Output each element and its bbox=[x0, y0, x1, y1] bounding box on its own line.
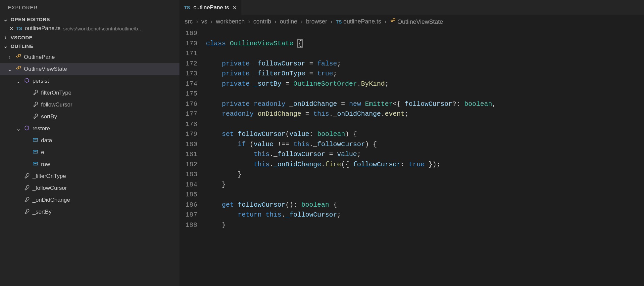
chevron-down-icon[interactable]: ⌄ bbox=[15, 126, 21, 132]
chevron-down-icon[interactable]: ⌄ bbox=[7, 66, 13, 72]
svg-rect-8 bbox=[393, 19, 395, 20]
breadcrumb-segment[interactable]: workbench bbox=[216, 18, 245, 25]
outline-item-label: persist bbox=[32, 78, 49, 84]
line-number: 188 bbox=[179, 220, 197, 230]
breadcrumb-symbol[interactable]: OutlineViewState bbox=[390, 18, 443, 25]
chevron-down-icon[interactable]: ⌄ bbox=[15, 78, 21, 84]
code-content[interactable]: class OutlineViewState { private _follow… bbox=[206, 28, 644, 286]
outline-item-outlineviewstate[interactable]: ⌄OutlineViewState bbox=[0, 63, 179, 75]
outline-item-filterontype[interactable]: filterOnType bbox=[0, 87, 179, 99]
code-line[interactable]: } bbox=[206, 220, 644, 230]
property-icon bbox=[32, 101, 38, 107]
open-editor-path: src\vs\workbench\contrib\outline\b… bbox=[63, 26, 143, 31]
code-line[interactable]: private _followCursor = false; bbox=[206, 59, 644, 69]
line-number: 177 bbox=[179, 109, 197, 119]
property-icon bbox=[24, 184, 30, 190]
tab-outlinepane[interactable]: TS outlinePane.ts ✕ bbox=[179, 0, 242, 15]
code-area[interactable]: 1691701711721731741751761771781791801811… bbox=[179, 28, 644, 286]
chevron-right-icon: › bbox=[384, 18, 386, 25]
breadcrumb-segment[interactable]: contrib bbox=[253, 18, 271, 25]
outline-item-persist[interactable]: ⌄persist bbox=[0, 75, 179, 87]
line-number-gutter: 1691701711721731741751761771781791801811… bbox=[179, 28, 206, 286]
code-line[interactable]: readonly onDidChange = this._onDidChange… bbox=[206, 109, 644, 119]
code-line[interactable]: private _sortBy = OutlineSortOrder.ByKin… bbox=[206, 79, 644, 89]
open-editors-section-header[interactable]: ⌄ OPEN EDITORS bbox=[0, 15, 179, 24]
vscode-section-label: VSCODE bbox=[11, 35, 32, 40]
outline-item-filterontype[interactable]: _filterOnType bbox=[0, 170, 179, 182]
vscode-section-header[interactable]: › VSCODE bbox=[0, 33, 179, 42]
property-icon bbox=[32, 89, 38, 95]
code-line[interactable]: class OutlineViewState { bbox=[206, 39, 644, 49]
svg-rect-5 bbox=[34, 151, 37, 152]
svg-rect-7 bbox=[34, 163, 37, 164]
outline-item-label: data bbox=[41, 137, 52, 144]
breadcrumb-segment[interactable]: vs bbox=[201, 18, 207, 25]
breadcrumb[interactable]: src›vs›workbench›contrib›outline›browser… bbox=[179, 15, 644, 28]
chevron-right-icon: › bbox=[211, 18, 213, 25]
explorer-title: EXPLORER bbox=[0, 0, 179, 15]
breadcrumb-segment[interactable]: src bbox=[185, 18, 193, 25]
code-line[interactable]: } bbox=[206, 180, 644, 190]
outline-item-label: restore bbox=[32, 125, 50, 132]
constant-icon bbox=[32, 161, 38, 167]
code-line[interactable] bbox=[206, 190, 644, 200]
outline-tree: ›OutlinePane⌄OutlineViewState⌄persistfil… bbox=[0, 51, 179, 218]
outline-item-label: _onDidChange bbox=[32, 197, 70, 203]
line-number: 185 bbox=[179, 190, 197, 200]
code-line[interactable]: private _filterOnType = true; bbox=[206, 69, 644, 79]
ts-file-icon: TS bbox=[16, 26, 22, 31]
outline-item-label: sortBy bbox=[41, 113, 57, 120]
chevron-right-icon[interactable]: › bbox=[7, 54, 13, 60]
outline-item-e[interactable]: e bbox=[0, 146, 179, 158]
code-line[interactable]: } bbox=[206, 170, 644, 180]
svg-rect-1 bbox=[19, 66, 21, 68]
chevron-right-icon: › bbox=[196, 18, 198, 25]
code-line[interactable] bbox=[206, 49, 644, 59]
outline-item-restore[interactable]: ⌄restore bbox=[0, 123, 179, 135]
code-line[interactable]: if (value !== this._followCursor) { bbox=[206, 140, 644, 150]
ts-file-icon: TS bbox=[184, 5, 190, 10]
close-icon[interactable]: ✕ bbox=[9, 25, 14, 32]
class-icon bbox=[15, 54, 21, 60]
ts-file-icon: TS bbox=[336, 19, 342, 24]
code-line[interactable]: set followCursor(value: boolean) { bbox=[206, 129, 644, 140]
code-line[interactable]: get followCursor(): boolean { bbox=[206, 200, 644, 210]
line-number: 172 bbox=[179, 59, 197, 69]
outline-item-sortby[interactable]: _sortBy bbox=[0, 206, 179, 218]
breadcrumb-segment[interactable]: browser bbox=[306, 18, 327, 25]
outline-item-raw[interactable]: raw bbox=[0, 158, 179, 170]
tab-filename: outlinePane.ts bbox=[193, 4, 229, 11]
editor-area: TS outlinePane.ts ✕ src›vs›workbench›con… bbox=[179, 0, 644, 286]
outline-item-outlinepane[interactable]: ›OutlinePane bbox=[0, 51, 179, 63]
open-editor-item[interactable]: ✕ TS outlinePane.ts src\vs\workbench\con… bbox=[0, 24, 179, 33]
outline-item-sortby[interactable]: sortBy bbox=[0, 111, 179, 123]
code-line[interactable]: return this._followCursor; bbox=[206, 210, 644, 220]
outline-item-followcursor[interactable]: followCursor bbox=[0, 99, 179, 111]
line-number: 181 bbox=[179, 149, 197, 160]
code-line[interactable] bbox=[206, 89, 644, 99]
outline-item-data[interactable]: data bbox=[0, 135, 179, 146]
code-line[interactable]: this._followCursor = value; bbox=[206, 149, 644, 160]
code-line[interactable]: this._onDidChange.fire({ followCursor: t… bbox=[206, 160, 644, 170]
outline-section-header[interactable]: ⌄ OUTLINE bbox=[0, 42, 179, 51]
explorer-sidebar: EXPLORER ⌄ OPEN EDITORS ✕ TS outlinePane… bbox=[0, 0, 179, 286]
class-icon bbox=[15, 65, 21, 71]
code-line[interactable]: private readonly _onDidChange = new Emit… bbox=[206, 99, 644, 109]
close-icon[interactable]: ✕ bbox=[232, 5, 237, 11]
chevron-down-icon: ⌄ bbox=[3, 16, 9, 22]
breadcrumb-segment[interactable]: outline bbox=[280, 18, 297, 25]
code-line[interactable] bbox=[206, 28, 644, 39]
outline-item-followcursor[interactable]: _followCursor bbox=[0, 182, 179, 194]
chevron-right-icon: › bbox=[301, 18, 303, 25]
code-line[interactable] bbox=[206, 119, 644, 130]
outline-item-ondidchange[interactable]: _onDidChange bbox=[0, 194, 179, 206]
line-number: 169 bbox=[179, 28, 197, 39]
method-icon bbox=[24, 125, 30, 131]
method-icon bbox=[24, 77, 30, 83]
breadcrumb-file[interactable]: TS outlinePane.ts bbox=[336, 18, 381, 25]
outline-item-label: OutlinePane bbox=[24, 54, 55, 61]
chevron-right-icon: › bbox=[3, 34, 9, 40]
property-icon bbox=[32, 113, 38, 119]
line-number: 171 bbox=[179, 49, 197, 59]
chevron-right-icon: › bbox=[274, 18, 276, 25]
